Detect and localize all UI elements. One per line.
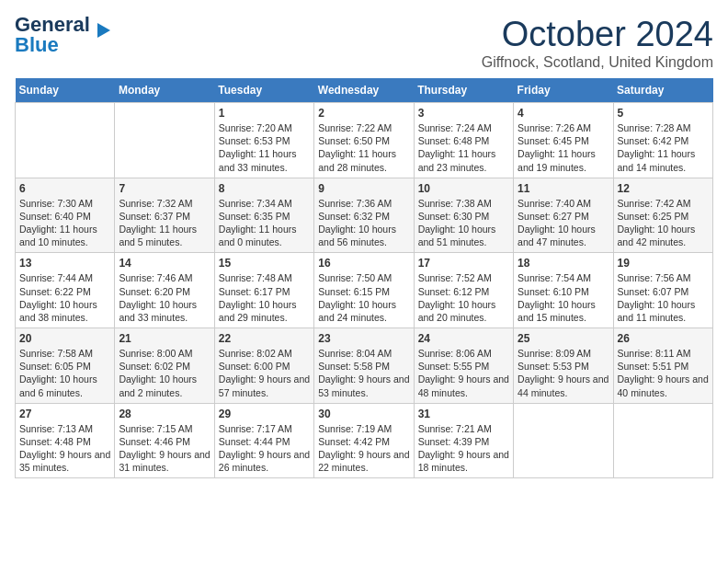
calendar-cell: 29Sunrise: 7:17 AM Sunset: 4:44 PM Dayli…	[214, 403, 313, 478]
day-number: 16	[318, 257, 409, 270]
cell-content: Sunrise: 8:11 AM Sunset: 5:51 PM Dayligh…	[618, 347, 709, 399]
day-number: 2	[318, 107, 409, 120]
day-number: 20	[19, 332, 110, 345]
calendar-cell: 10Sunrise: 7:38 AM Sunset: 6:30 PM Dayli…	[414, 178, 513, 253]
cell-content: Sunrise: 8:00 AM Sunset: 6:02 PM Dayligh…	[119, 347, 210, 399]
col-header-tuesday: Tuesday	[214, 78, 313, 103]
calendar-cell: 19Sunrise: 7:56 AM Sunset: 6:07 PM Dayli…	[613, 253, 712, 328]
calendar-cell: 17Sunrise: 7:52 AM Sunset: 6:12 PM Dayli…	[414, 253, 513, 328]
cell-content: Sunrise: 7:17 AM Sunset: 4:44 PM Dayligh…	[219, 422, 310, 475]
day-number: 26	[618, 332, 709, 345]
day-number: 27	[19, 408, 110, 420]
cell-content: Sunrise: 7:42 AM Sunset: 6:25 PM Dayligh…	[618, 197, 709, 249]
cell-content: Sunrise: 7:38 AM Sunset: 6:30 PM Dayligh…	[418, 197, 509, 249]
calendar-cell: 5Sunrise: 7:28 AM Sunset: 6:42 PM Daylig…	[613, 103, 712, 178]
day-number: 23	[318, 332, 409, 345]
day-number: 19	[618, 257, 709, 270]
cell-content: Sunrise: 8:09 AM Sunset: 5:53 PM Dayligh…	[518, 347, 609, 399]
day-number: 22	[219, 332, 310, 345]
calendar-cell: 23Sunrise: 8:04 AM Sunset: 5:58 PM Dayli…	[314, 328, 414, 404]
cell-content: Sunrise: 7:54 AM Sunset: 6:10 PM Dayligh…	[518, 271, 609, 324]
calendar-cell: 12Sunrise: 7:42 AM Sunset: 6:25 PM Dayli…	[613, 178, 712, 253]
cell-content: Sunrise: 7:46 AM Sunset: 6:20 PM Dayligh…	[119, 271, 210, 324]
calendar-cell: 26Sunrise: 8:11 AM Sunset: 5:51 PM Dayli…	[613, 328, 712, 404]
week-row-3: 13Sunrise: 7:44 AM Sunset: 6:22 PM Dayli…	[16, 253, 713, 328]
day-number: 13	[19, 257, 110, 270]
col-header-sunday: Sunday	[16, 78, 115, 103]
cell-content: Sunrise: 7:15 AM Sunset: 4:46 PM Dayligh…	[119, 422, 210, 475]
day-number: 12	[618, 182, 709, 195]
cell-content: Sunrise: 7:13 AM Sunset: 4:48 PM Dayligh…	[19, 422, 110, 475]
day-number: 28	[119, 408, 210, 420]
cell-content: Sunrise: 7:40 AM Sunset: 6:27 PM Dayligh…	[518, 197, 609, 249]
day-number: 4	[518, 107, 609, 120]
day-number: 29	[219, 408, 310, 420]
day-number: 10	[418, 182, 509, 195]
day-number: 30	[318, 408, 409, 420]
cell-content: Sunrise: 7:22 AM Sunset: 6:50 PM Dayligh…	[318, 121, 409, 174]
cell-content: Sunrise: 8:02 AM Sunset: 6:00 PM Dayligh…	[219, 347, 310, 399]
cell-content: Sunrise: 7:21 AM Sunset: 4:39 PM Dayligh…	[418, 422, 509, 475]
day-number: 6	[19, 182, 110, 195]
day-number: 9	[318, 182, 409, 195]
title-block: October 2024 Giffnock, Scotland, United …	[482, 15, 713, 71]
location-title: Giffnock, Scotland, United Kingdom	[482, 54, 713, 71]
logo-arrow-icon	[92, 19, 114, 41]
calendar-cell: 20Sunrise: 7:58 AM Sunset: 6:05 PM Dayli…	[16, 328, 115, 404]
calendar-cell	[613, 403, 712, 478]
calendar-cell: 14Sunrise: 7:46 AM Sunset: 6:20 PM Dayli…	[115, 253, 214, 328]
svg-marker-0	[97, 23, 110, 38]
cell-content: Sunrise: 7:52 AM Sunset: 6:12 PM Dayligh…	[418, 271, 509, 324]
calendar-cell: 21Sunrise: 8:00 AM Sunset: 6:02 PM Dayli…	[115, 328, 214, 404]
week-row-2: 6Sunrise: 7:30 AM Sunset: 6:40 PM Daylig…	[16, 178, 713, 253]
calendar-cell: 22Sunrise: 8:02 AM Sunset: 6:00 PM Dayli…	[214, 328, 313, 404]
logo-text: General Blue	[15, 15, 90, 55]
calendar-table: SundayMondayTuesdayWednesdayThursdayFrid…	[15, 78, 713, 478]
col-header-wednesday: Wednesday	[314, 78, 414, 103]
day-number: 17	[418, 257, 509, 270]
day-number: 8	[219, 182, 310, 195]
calendar-cell: 16Sunrise: 7:50 AM Sunset: 6:15 PM Dayli…	[314, 253, 414, 328]
calendar-cell: 3Sunrise: 7:24 AM Sunset: 6:48 PM Daylig…	[414, 103, 513, 178]
calendar-cell: 27Sunrise: 7:13 AM Sunset: 4:48 PM Dayli…	[16, 403, 115, 478]
day-number: 24	[418, 332, 509, 345]
calendar-cell: 11Sunrise: 7:40 AM Sunset: 6:27 PM Dayli…	[514, 178, 613, 253]
calendar-cell: 30Sunrise: 7:19 AM Sunset: 4:42 PM Dayli…	[314, 403, 414, 478]
cell-content: Sunrise: 7:36 AM Sunset: 6:32 PM Dayligh…	[318, 197, 409, 249]
calendar-cell: 15Sunrise: 7:48 AM Sunset: 6:17 PM Dayli…	[214, 253, 313, 328]
cell-content: Sunrise: 7:24 AM Sunset: 6:48 PM Dayligh…	[418, 121, 509, 174]
calendar-cell: 9Sunrise: 7:36 AM Sunset: 6:32 PM Daylig…	[314, 178, 414, 253]
day-number: 11	[518, 182, 609, 195]
calendar-cell	[115, 103, 214, 178]
calendar-cell	[16, 103, 115, 178]
day-number: 5	[618, 107, 709, 120]
col-header-friday: Friday	[514, 78, 613, 103]
cell-content: Sunrise: 7:20 AM Sunset: 6:53 PM Dayligh…	[219, 121, 310, 174]
cell-content: Sunrise: 7:26 AM Sunset: 6:45 PM Dayligh…	[518, 121, 609, 174]
week-row-5: 27Sunrise: 7:13 AM Sunset: 4:48 PM Dayli…	[16, 403, 713, 478]
cell-content: Sunrise: 7:28 AM Sunset: 6:42 PM Dayligh…	[618, 121, 709, 174]
cell-content: Sunrise: 7:48 AM Sunset: 6:17 PM Dayligh…	[219, 271, 310, 324]
page-header: General Blue October 2024 Giffnock, Scot…	[15, 15, 713, 71]
calendar-cell: 18Sunrise: 7:54 AM Sunset: 6:10 PM Dayli…	[514, 253, 613, 328]
cell-content: Sunrise: 7:19 AM Sunset: 4:42 PM Dayligh…	[318, 422, 409, 475]
week-row-1: 1Sunrise: 7:20 AM Sunset: 6:53 PM Daylig…	[16, 103, 713, 178]
cell-content: Sunrise: 8:06 AM Sunset: 5:55 PM Dayligh…	[418, 347, 509, 399]
calendar-cell: 2Sunrise: 7:22 AM Sunset: 6:50 PM Daylig…	[314, 103, 414, 178]
calendar-cell: 4Sunrise: 7:26 AM Sunset: 6:45 PM Daylig…	[514, 103, 613, 178]
cell-content: Sunrise: 7:50 AM Sunset: 6:15 PM Dayligh…	[318, 271, 409, 324]
month-title: October 2024	[482, 15, 713, 54]
calendar-cell: 25Sunrise: 8:09 AM Sunset: 5:53 PM Dayli…	[514, 328, 613, 404]
cell-content: Sunrise: 7:32 AM Sunset: 6:37 PM Dayligh…	[119, 197, 210, 249]
day-number: 31	[418, 408, 509, 420]
week-row-4: 20Sunrise: 7:58 AM Sunset: 6:05 PM Dayli…	[16, 328, 713, 404]
day-number: 7	[119, 182, 210, 195]
cell-content: Sunrise: 7:44 AM Sunset: 6:22 PM Dayligh…	[19, 271, 110, 324]
day-number: 15	[219, 257, 310, 270]
calendar-cell: 31Sunrise: 7:21 AM Sunset: 4:39 PM Dayli…	[414, 403, 513, 478]
col-header-thursday: Thursday	[414, 78, 513, 103]
calendar-cell: 28Sunrise: 7:15 AM Sunset: 4:46 PM Dayli…	[115, 403, 214, 478]
col-header-monday: Monday	[115, 78, 214, 103]
col-header-saturday: Saturday	[613, 78, 712, 103]
day-number: 25	[518, 332, 609, 345]
